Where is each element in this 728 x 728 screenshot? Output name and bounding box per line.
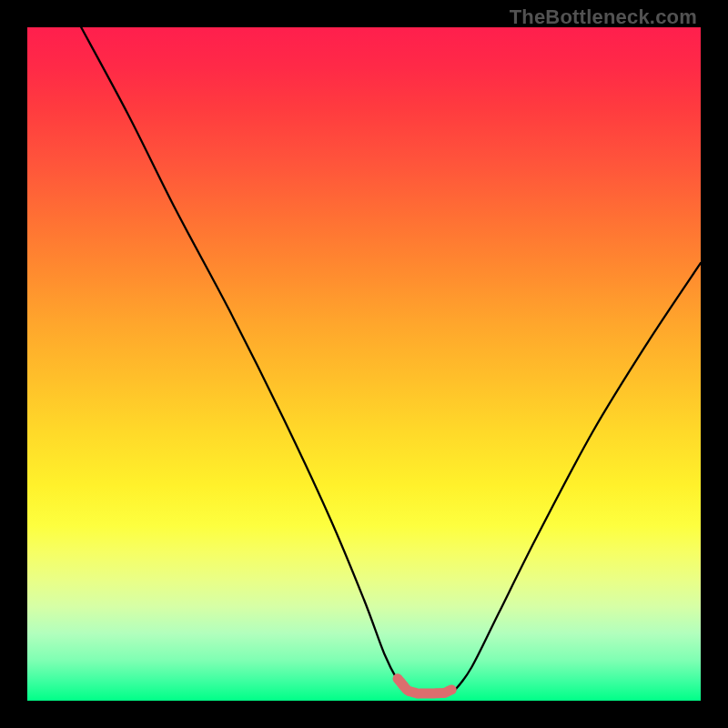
optimal-range-marker: [398, 679, 451, 693]
bottleneck-curve: [81, 27, 701, 695]
chart-frame: TheBottleneck.com: [0, 0, 728, 728]
chart-svg: [27, 27, 701, 701]
plot-area: [27, 27, 701, 701]
watermark-text: TheBottleneck.com: [510, 5, 697, 29]
